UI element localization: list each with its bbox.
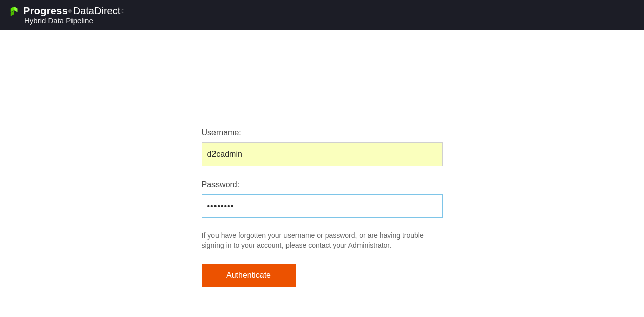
brand-primary-text: Progress bbox=[23, 5, 68, 17]
password-group: Password: bbox=[202, 180, 443, 218]
app-header: Progress ® DataDirect ® Hybrid Data Pipe… bbox=[0, 0, 644, 30]
brand-reg-mark: ® bbox=[68, 9, 72, 14]
password-input[interactable] bbox=[202, 194, 443, 218]
brand-secondary-text: DataDirect bbox=[73, 5, 120, 17]
brand-reg-mark-2: ® bbox=[121, 9, 124, 14]
username-input[interactable] bbox=[202, 142, 443, 166]
brand-subtitle: Hybrid Data Pipeline bbox=[24, 16, 124, 25]
help-text: If you have forgotten your username or p… bbox=[202, 231, 443, 250]
password-label: Password: bbox=[202, 180, 443, 189]
progress-logo-icon bbox=[9, 6, 20, 17]
brand-logo-group: Progress ® DataDirect ® Hybrid Data Pipe… bbox=[9, 5, 124, 25]
username-label: Username: bbox=[202, 128, 443, 137]
login-form: Username: Password: If you have forgotte… bbox=[202, 128, 443, 287]
authenticate-button[interactable]: Authenticate bbox=[202, 264, 296, 287]
brand-logo-row: Progress ® DataDirect ® bbox=[9, 5, 124, 17]
username-group: Username: bbox=[202, 128, 443, 166]
main-content: Username: Password: If you have forgotte… bbox=[0, 30, 644, 287]
